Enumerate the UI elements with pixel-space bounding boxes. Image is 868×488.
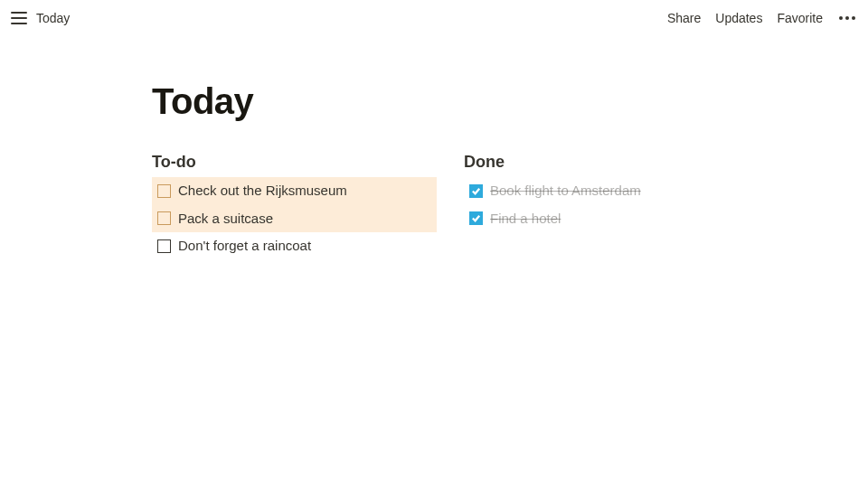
more-menu-icon[interactable] [837, 16, 857, 20]
checkbox-checked-icon[interactable] [469, 211, 483, 225]
topbar-right: Share Updates Favorite [667, 11, 857, 25]
page: Today To-do Check out the Rijksmuseum Pa… [152, 36, 749, 260]
todo-heading[interactable]: To-do [152, 153, 437, 172]
checkbox-icon[interactable] [157, 184, 171, 198]
todo-text[interactable]: Pack a suitcase [178, 209, 273, 230]
todo-item[interactable]: Find a hotel [464, 205, 749, 233]
columns: To-do Check out the Rijksmuseum Pack a s… [152, 153, 749, 260]
todo-text[interactable]: Check out the Rijksmuseum [178, 181, 347, 202]
todo-column: To-do Check out the Rijksmuseum Pack a s… [152, 153, 437, 260]
todo-item[interactable]: Don't forget a raincoat [152, 232, 437, 260]
topbar-left: Today [11, 11, 70, 25]
page-title[interactable]: Today [152, 81, 749, 122]
topbar: Today Share Updates Favorite [0, 0, 868, 36]
favorite-button[interactable]: Favorite [777, 11, 823, 25]
checkbox-icon[interactable] [157, 239, 171, 253]
hamburger-menu-icon[interactable] [11, 12, 27, 24]
share-button[interactable]: Share [667, 11, 701, 25]
todo-text[interactable]: Find a hotel [490, 209, 561, 230]
todo-item[interactable]: Check out the Rijksmuseum [152, 177, 437, 205]
checkbox-icon[interactable] [157, 211, 171, 225]
todo-text[interactable]: Don't forget a raincoat [178, 236, 311, 257]
todo-item[interactable]: Book flight to Amsterdam [464, 177, 749, 205]
done-heading[interactable]: Done [464, 153, 749, 172]
done-column: Done Book flight to Amsterdam Find a hot… [464, 153, 749, 260]
todo-item[interactable]: Pack a suitcase [152, 205, 437, 233]
checkbox-checked-icon[interactable] [469, 184, 483, 198]
todo-text[interactable]: Book flight to Amsterdam [490, 181, 641, 202]
breadcrumb[interactable]: Today [36, 11, 70, 25]
updates-button[interactable]: Updates [715, 11, 762, 25]
